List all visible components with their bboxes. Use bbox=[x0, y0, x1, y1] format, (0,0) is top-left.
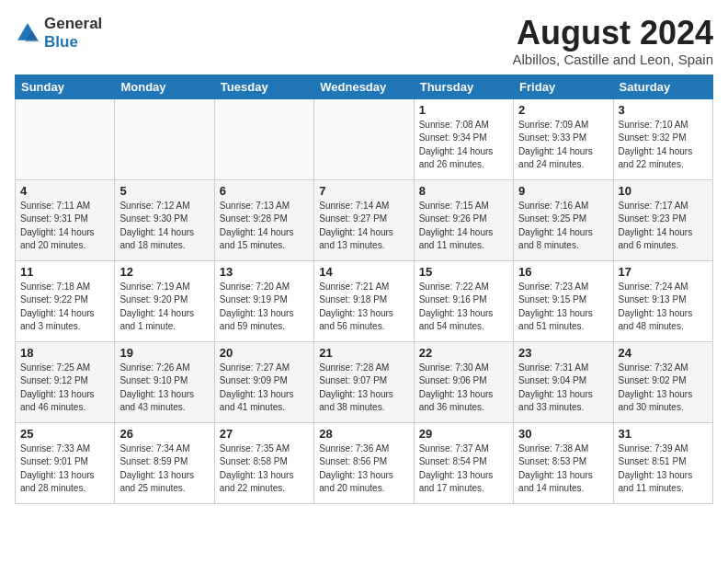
day-info: Sunrise: 7:38 AM Sunset: 8:53 PM Dayligh… bbox=[518, 442, 608, 496]
calendar-cell: 12Sunrise: 7:19 AM Sunset: 9:20 PM Dayli… bbox=[115, 260, 214, 341]
calendar-cell: 11Sunrise: 7:18 AM Sunset: 9:22 PM Dayli… bbox=[16, 260, 115, 341]
day-info: Sunrise: 7:12 AM Sunset: 9:30 PM Dayligh… bbox=[119, 200, 209, 253]
calendar-cell: 25Sunrise: 7:33 AM Sunset: 9:01 PM Dayli… bbox=[16, 422, 115, 503]
calendar-week-row: 4Sunrise: 7:11 AM Sunset: 9:31 PM Daylig… bbox=[16, 179, 713, 260]
day-number: 4 bbox=[20, 184, 109, 198]
day-number: 27 bbox=[220, 427, 309, 441]
calendar-cell: 26Sunrise: 7:34 AM Sunset: 8:59 PM Dayli… bbox=[115, 422, 214, 503]
day-info: Sunrise: 7:37 AM Sunset: 8:54 PM Dayligh… bbox=[419, 442, 508, 496]
day-info: Sunrise: 7:19 AM Sunset: 9:20 PM Dayligh… bbox=[119, 281, 209, 334]
calendar-week-row: 11Sunrise: 7:18 AM Sunset: 9:22 PM Dayli… bbox=[16, 260, 713, 341]
day-info: Sunrise: 7:18 AM Sunset: 9:22 PM Dayligh… bbox=[20, 281, 109, 334]
day-number: 24 bbox=[619, 346, 708, 360]
day-number: 11 bbox=[20, 265, 109, 279]
day-info: Sunrise: 7:27 AM Sunset: 9:09 PM Dayligh… bbox=[220, 362, 309, 415]
day-number: 16 bbox=[518, 265, 608, 279]
day-info: Sunrise: 7:20 AM Sunset: 9:19 PM Dayligh… bbox=[220, 281, 309, 334]
day-number: 12 bbox=[119, 265, 209, 279]
day-info: Sunrise: 7:24 AM Sunset: 9:13 PM Dayligh… bbox=[619, 281, 708, 334]
calendar-cell: 8Sunrise: 7:15 AM Sunset: 9:26 PM Daylig… bbox=[414, 179, 513, 260]
day-number: 25 bbox=[20, 427, 109, 441]
weekday-header-tuesday: Tuesday bbox=[214, 75, 313, 98]
day-number: 2 bbox=[518, 103, 608, 117]
calendar-cell: 7Sunrise: 7:14 AM Sunset: 9:27 PM Daylig… bbox=[314, 179, 414, 260]
calendar-cell: 3Sunrise: 7:10 AM Sunset: 9:32 PM Daylig… bbox=[613, 98, 712, 179]
title-block: August 2024 Albillos, Castille and Leon,… bbox=[513, 15, 713, 67]
logo-text-general: General bbox=[44, 15, 102, 32]
weekday-header-thursday: Thursday bbox=[414, 75, 513, 98]
day-info: Sunrise: 7:17 AM Sunset: 9:23 PM Dayligh… bbox=[619, 200, 708, 253]
calendar-cell: 30Sunrise: 7:38 AM Sunset: 8:53 PM Dayli… bbox=[514, 422, 613, 503]
weekday-header-wednesday: Wednesday bbox=[314, 75, 414, 98]
day-info: Sunrise: 7:16 AM Sunset: 9:25 PM Dayligh… bbox=[518, 200, 608, 253]
day-number: 20 bbox=[220, 346, 309, 360]
day-info: Sunrise: 7:34 AM Sunset: 8:59 PM Dayligh… bbox=[119, 442, 209, 496]
day-info: Sunrise: 7:35 AM Sunset: 8:58 PM Dayligh… bbox=[220, 442, 309, 496]
calendar-cell: 24Sunrise: 7:32 AM Sunset: 9:02 PM Dayli… bbox=[613, 341, 712, 422]
calendar-cell: 19Sunrise: 7:26 AM Sunset: 9:10 PM Dayli… bbox=[115, 341, 214, 422]
page-header: General Blue August 2024 Albillos, Casti… bbox=[15, 15, 713, 67]
day-info: Sunrise: 7:09 AM Sunset: 9:33 PM Dayligh… bbox=[518, 119, 608, 172]
day-info: Sunrise: 7:33 AM Sunset: 9:01 PM Dayligh… bbox=[20, 442, 109, 496]
day-info: Sunrise: 7:08 AM Sunset: 9:34 PM Dayligh… bbox=[419, 119, 508, 172]
day-info: Sunrise: 7:11 AM Sunset: 9:31 PM Dayligh… bbox=[20, 200, 109, 253]
day-number: 8 bbox=[419, 184, 508, 198]
calendar-cell: 16Sunrise: 7:23 AM Sunset: 9:15 PM Dayli… bbox=[514, 260, 613, 341]
calendar-table: SundayMondayTuesdayWednesdayThursdayFrid… bbox=[15, 75, 713, 504]
calendar-cell: 9Sunrise: 7:16 AM Sunset: 9:25 PM Daylig… bbox=[514, 179, 613, 260]
day-number: 14 bbox=[319, 265, 408, 279]
calendar-cell bbox=[214, 98, 313, 179]
day-number: 5 bbox=[119, 184, 209, 198]
day-number: 30 bbox=[518, 427, 608, 441]
day-number: 17 bbox=[619, 265, 708, 279]
weekday-header-monday: Monday bbox=[115, 75, 214, 98]
logo-icon bbox=[15, 20, 40, 46]
day-info: Sunrise: 7:15 AM Sunset: 9:26 PM Dayligh… bbox=[419, 200, 508, 253]
calendar-cell bbox=[115, 98, 214, 179]
day-number: 19 bbox=[119, 346, 209, 360]
day-number: 9 bbox=[518, 184, 608, 198]
day-number: 22 bbox=[419, 346, 508, 360]
calendar-cell: 27Sunrise: 7:35 AM Sunset: 8:58 PM Dayli… bbox=[214, 422, 313, 503]
day-number: 1 bbox=[419, 103, 508, 117]
calendar-cell: 1Sunrise: 7:08 AM Sunset: 9:34 PM Daylig… bbox=[414, 98, 513, 179]
calendar-week-row: 1Sunrise: 7:08 AM Sunset: 9:34 PM Daylig… bbox=[16, 98, 713, 179]
calendar-cell: 6Sunrise: 7:13 AM Sunset: 9:28 PM Daylig… bbox=[214, 179, 313, 260]
day-info: Sunrise: 7:32 AM Sunset: 9:02 PM Dayligh… bbox=[619, 362, 708, 415]
day-info: Sunrise: 7:28 AM Sunset: 9:07 PM Dayligh… bbox=[319, 362, 408, 415]
day-info: Sunrise: 7:36 AM Sunset: 8:56 PM Dayligh… bbox=[319, 442, 408, 496]
day-number: 13 bbox=[220, 265, 309, 279]
day-number: 28 bbox=[319, 427, 408, 441]
day-number: 18 bbox=[20, 346, 109, 360]
calendar-cell: 22Sunrise: 7:30 AM Sunset: 9:06 PM Dayli… bbox=[414, 341, 513, 422]
calendar-cell: 10Sunrise: 7:17 AM Sunset: 9:23 PM Dayli… bbox=[613, 179, 712, 260]
calendar-cell bbox=[16, 98, 115, 179]
month-year: August 2024 bbox=[513, 15, 713, 52]
day-info: Sunrise: 7:39 AM Sunset: 8:51 PM Dayligh… bbox=[619, 442, 708, 496]
day-info: Sunrise: 7:23 AM Sunset: 9:15 PM Dayligh… bbox=[518, 281, 608, 334]
calendar-cell bbox=[314, 98, 414, 179]
day-number: 26 bbox=[119, 427, 209, 441]
calendar-week-row: 25Sunrise: 7:33 AM Sunset: 9:01 PM Dayli… bbox=[16, 422, 713, 503]
calendar-cell: 23Sunrise: 7:31 AM Sunset: 9:04 PM Dayli… bbox=[514, 341, 613, 422]
day-number: 3 bbox=[619, 103, 708, 117]
calendar-cell: 31Sunrise: 7:39 AM Sunset: 8:51 PM Dayli… bbox=[613, 422, 712, 503]
calendar-week-row: 18Sunrise: 7:25 AM Sunset: 9:12 PM Dayli… bbox=[16, 341, 713, 422]
calendar-cell: 15Sunrise: 7:22 AM Sunset: 9:16 PM Dayli… bbox=[414, 260, 513, 341]
calendar-cell: 13Sunrise: 7:20 AM Sunset: 9:19 PM Dayli… bbox=[214, 260, 313, 341]
day-info: Sunrise: 7:22 AM Sunset: 9:16 PM Dayligh… bbox=[419, 281, 508, 334]
weekday-header-row: SundayMondayTuesdayWednesdayThursdayFrid… bbox=[16, 75, 713, 98]
calendar-cell: 29Sunrise: 7:37 AM Sunset: 8:54 PM Dayli… bbox=[414, 422, 513, 503]
calendar-cell: 17Sunrise: 7:24 AM Sunset: 9:13 PM Dayli… bbox=[613, 260, 712, 341]
day-number: 7 bbox=[319, 184, 408, 198]
day-info: Sunrise: 7:30 AM Sunset: 9:06 PM Dayligh… bbox=[419, 362, 508, 415]
location: Albillos, Castille and Leon, Spain bbox=[513, 52, 713, 67]
calendar-cell: 20Sunrise: 7:27 AM Sunset: 9:09 PM Dayli… bbox=[214, 341, 313, 422]
day-number: 23 bbox=[518, 346, 608, 360]
day-info: Sunrise: 7:31 AM Sunset: 9:04 PM Dayligh… bbox=[518, 362, 608, 415]
logo: General Blue bbox=[15, 15, 102, 52]
day-number: 6 bbox=[220, 184, 309, 198]
day-info: Sunrise: 7:21 AM Sunset: 9:18 PM Dayligh… bbox=[319, 281, 408, 334]
calendar-cell: 28Sunrise: 7:36 AM Sunset: 8:56 PM Dayli… bbox=[314, 422, 414, 503]
day-number: 15 bbox=[419, 265, 508, 279]
